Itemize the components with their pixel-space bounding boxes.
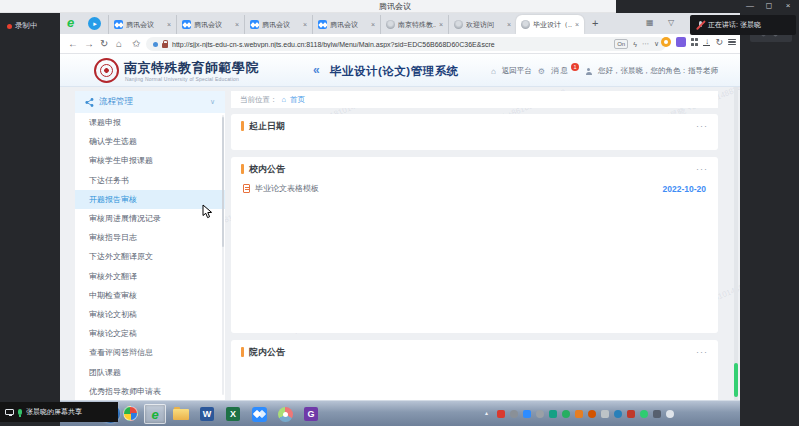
scrollbar-thumb[interactable] bbox=[734, 363, 738, 397]
tab-close-icon[interactable]: × bbox=[371, 21, 375, 28]
taskbar-browser-button[interactable]: e bbox=[144, 404, 166, 424]
password-manager-chip[interactable]: On bbox=[614, 39, 628, 49]
sidebar-item-foreign-source[interactable]: 下达外文翻译原文 bbox=[75, 247, 225, 266]
tab-thesis-system[interactable]: 毕业设计（... × bbox=[516, 15, 584, 34]
taskbar-meeting-button[interactable] bbox=[248, 404, 270, 424]
browser-tabstrip: e ▸ 腾讯会议 × 腾讯会议 × 腾讯会议 × 腾讯会议 × bbox=[60, 13, 740, 34]
tab-meeting-1[interactable]: 腾讯会议 × bbox=[108, 15, 176, 34]
tray-icon[interactable] bbox=[510, 410, 518, 418]
tab-meeting-2[interactable]: 腾讯会议 × bbox=[176, 15, 244, 34]
tray-icon[interactable] bbox=[666, 410, 674, 418]
taskbar-word-button[interactable]: W bbox=[196, 404, 218, 424]
tencent-meeting-icon bbox=[252, 407, 267, 422]
tab-close-icon[interactable]: × bbox=[167, 21, 171, 28]
tab-close-icon[interactable]: × bbox=[507, 21, 511, 28]
messages-link[interactable]: 消 息 bbox=[551, 66, 568, 76]
download-icon[interactable]: ↓ bbox=[703, 38, 710, 47]
card-school-announcements: 校内公告 ··· 毕业论文表格模板 2022-10-20 bbox=[231, 157, 718, 333]
sidebar-group-header[interactable]: 流程管理 ∨ bbox=[75, 91, 225, 113]
pinned-app-icon[interactable]: ▸ bbox=[88, 17, 101, 30]
taskbar-explorer-button[interactable] bbox=[170, 404, 192, 424]
user-icon bbox=[585, 68, 592, 75]
tab-close-icon[interactable]: × bbox=[439, 21, 443, 28]
card-menu-icon[interactable]: ··· bbox=[696, 347, 708, 357]
sidebar-item-team-topic[interactable]: 团队课题 bbox=[75, 362, 225, 381]
menu-icon[interactable] bbox=[728, 39, 736, 46]
tray-icon[interactable] bbox=[614, 410, 622, 418]
restore-button[interactable]: ◻ bbox=[764, 1, 774, 10]
tray-icon[interactable] bbox=[549, 410, 557, 418]
speaking-toast: 正在讲话: 张晨晓 bbox=[690, 15, 796, 35]
paper-plane-icon: ▸ bbox=[93, 20, 97, 27]
tab-university[interactable]: 南京特殊教... × bbox=[380, 15, 448, 34]
page-scrollbar[interactable] bbox=[734, 87, 738, 400]
forward-icon[interactable]: → bbox=[84, 38, 94, 50]
taskbar-g-app-button[interactable]: G bbox=[300, 404, 322, 424]
tray-icon[interactable] bbox=[601, 410, 609, 418]
reader-mode-icon[interactable]: ▦ bbox=[646, 18, 654, 27]
sidebar-item-assign-task[interactable]: 下达任务书 bbox=[75, 171, 225, 190]
breadcrumb-home-link[interactable]: 首页 bbox=[290, 95, 305, 105]
excel-icon: X bbox=[226, 407, 240, 421]
extension-purple-icon[interactable] bbox=[676, 37, 686, 47]
taskbar-photos-button[interactable] bbox=[274, 404, 296, 424]
sidebar-item-review-translation[interactable]: 审核外文翻译 bbox=[75, 267, 225, 286]
tray-icon[interactable] bbox=[562, 410, 570, 418]
tray-icon[interactable] bbox=[588, 410, 596, 418]
sidebar-item-topic-declare[interactable]: 课题申报 bbox=[75, 113, 225, 132]
sidebar-group-title: 流程管理 bbox=[99, 96, 205, 108]
sidebar-item-confirm-topic[interactable]: 确认学生选题 bbox=[75, 132, 225, 151]
tab-meeting-3[interactable]: 腾讯会议 × bbox=[244, 15, 312, 34]
pin-tab-icon[interactable]: ✩ bbox=[132, 38, 140, 50]
tray-expand-icon[interactable]: ▴ bbox=[485, 409, 488, 416]
sidebar-item-guidance-log[interactable]: 审核指导日志 bbox=[75, 228, 225, 247]
tab-close-icon[interactable]: × bbox=[235, 21, 239, 28]
tray-icon[interactable] bbox=[653, 410, 661, 418]
tab-close-icon[interactable]: × bbox=[575, 21, 579, 28]
close-button[interactable]: × bbox=[783, 1, 793, 10]
security-ball-icon[interactable] bbox=[123, 406, 138, 421]
announcement-item[interactable]: 毕业论文表格模板 2022-10-20 bbox=[231, 181, 718, 194]
tray-icon[interactable] bbox=[523, 410, 531, 418]
tab-meeting-4[interactable]: 腾讯会议 × bbox=[312, 15, 380, 34]
taskbar-excel-button[interactable]: X bbox=[222, 404, 244, 424]
sidebar-item-review-draft[interactable]: 审核论文初稿 bbox=[75, 305, 225, 324]
sidebar-item-defense-info[interactable]: 查看评阅答辩信息 bbox=[75, 343, 225, 362]
card-menu-icon[interactable]: ··· bbox=[696, 121, 708, 131]
sidebar-item-excellent-application[interactable]: 优秀指导教师申请表 bbox=[75, 382, 225, 400]
user-greeting: 您好，张晨晓，您的角色：指导老师 bbox=[598, 66, 718, 76]
back-icon[interactable]: ← bbox=[68, 38, 78, 50]
mouse-cursor bbox=[202, 204, 213, 223]
tray-icon[interactable] bbox=[640, 410, 648, 418]
filter-icon[interactable]: ▽ bbox=[668, 18, 674, 27]
card-date-range: 起止日期 ··· bbox=[231, 114, 718, 150]
tray-icon[interactable] bbox=[497, 410, 505, 418]
dropdown-icon[interactable]: ∨ bbox=[654, 40, 659, 48]
more-icon[interactable]: ⋯ bbox=[642, 40, 649, 48]
g-app-icon: G bbox=[304, 407, 318, 421]
sidebar-item-midterm-check[interactable]: 中期检查审核 bbox=[75, 286, 225, 305]
minimize-button[interactable]: — bbox=[745, 1, 755, 10]
quick-launch-icon[interactable]: ϟ bbox=[633, 41, 637, 48]
site-info-icon[interactable] bbox=[153, 42, 158, 47]
apps-grid-icon[interactable] bbox=[691, 38, 699, 46]
share-banner-label: 张晨晓的屏幕共享 bbox=[26, 407, 82, 417]
url-field[interactable]: http://sjjx-njts-edu-cn-s.webvpn.njts.ed… bbox=[146, 37, 666, 51]
sidebar-scrollbar[interactable] bbox=[222, 115, 225, 395]
tab-welcome[interactable]: 欢迎访问 × bbox=[448, 15, 516, 34]
tray-icon[interactable] bbox=[627, 410, 635, 418]
sidebar-item-review-student-topic[interactable]: 审核学生申报课题 bbox=[75, 151, 225, 170]
browser-logo-icon[interactable]: e bbox=[67, 16, 74, 30]
reload-icon[interactable]: ↻ bbox=[100, 38, 108, 50]
sidebar-item-review-final[interactable]: 审核论文定稿 bbox=[75, 324, 225, 343]
new-tab-button[interactable]: + bbox=[592, 17, 598, 29]
collapse-chevrons-icon[interactable]: « bbox=[313, 63, 320, 77]
back-to-platform-link[interactable]: 返回平台 bbox=[502, 66, 532, 76]
card-menu-icon[interactable]: ··· bbox=[696, 164, 708, 174]
extension-orange-icon[interactable] bbox=[661, 37, 671, 47]
tray-icon[interactable] bbox=[536, 410, 544, 418]
tray-icon[interactable] bbox=[575, 410, 583, 418]
tab-close-icon[interactable]: × bbox=[303, 21, 307, 28]
undo-icon[interactable]: ↻ bbox=[715, 37, 723, 47]
home-icon[interactable]: ⌂ bbox=[116, 38, 122, 50]
